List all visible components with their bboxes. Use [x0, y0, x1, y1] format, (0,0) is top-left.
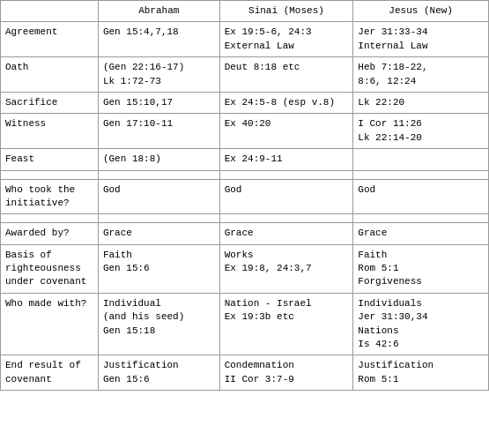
cell-sinai: Condemnation II Cor 3:7-9	[219, 355, 353, 391]
cell-label: Awarded by?	[1, 223, 99, 244]
table-row: AgreementGen 15:4,7,18Ex 19:5-6, 24:3 Ex…	[1, 22, 489, 57]
cell-jesus: Justification Rom 5:1	[353, 355, 489, 391]
cell-label: Basis of righteousness under covenant	[1, 244, 99, 293]
empty-cell-sinai	[219, 214, 353, 223]
cell-label: Agreement	[1, 22, 99, 57]
cell-label: Who made with?	[1, 293, 99, 355]
cell-label: Who took the initiative?	[1, 179, 99, 214]
cell-abraham: Gen 17:10-11	[98, 114, 219, 149]
cell-abraham: Gen 15:4,7,18	[98, 22, 219, 57]
cell-abraham: (Gen 18:8)	[98, 149, 219, 170]
cell-abraham: (Gen 22:16-17) Lk 1:72-73	[98, 57, 219, 93]
table-row: Feast(Gen 18:8)Ex 24:9-11	[1, 149, 489, 170]
cell-label: Sacrifice	[1, 92, 99, 113]
table-row: Oath(Gen 22:16-17) Lk 1:72-73Deut 8:18 e…	[1, 57, 489, 93]
cell-jesus: Faith Rom 5:1 Forgiveness	[353, 244, 489, 293]
cell-sinai: Ex 24:9-11	[219, 149, 353, 170]
table-row	[1, 214, 489, 223]
table-row	[1, 170, 489, 179]
cell-label: Oath	[1, 57, 99, 93]
cell-jesus: I Cor 11:26 Lk 22:14-20	[353, 114, 489, 149]
cell-jesus: Jer 31:33-34 Internal Law	[353, 22, 489, 57]
cell-jesus: Individuals Jer 31:30,34 Nations Is 42:6	[353, 293, 489, 355]
empty-cell-jesus	[353, 170, 489, 179]
cell-abraham: Gen 15:10,17	[98, 92, 219, 113]
cell-sinai: Grace	[219, 223, 353, 244]
cell-sinai: Ex 40:20	[219, 114, 353, 149]
header-abraham: Abraham	[98, 1, 219, 22]
cell-abraham: Grace	[98, 223, 219, 244]
cell-sinai: Works Ex 19:8, 24:3,7	[219, 244, 353, 293]
table-row: Who took the initiative?GodGodGod	[1, 179, 489, 214]
table-row: Awarded by?GraceGraceGrace	[1, 223, 489, 244]
empty-cell-label	[1, 214, 99, 223]
header-label	[1, 1, 99, 22]
cell-label: Feast	[1, 149, 99, 170]
cell-jesus: Grace	[353, 223, 489, 244]
cell-sinai: Ex 19:5-6, 24:3 External Law	[219, 22, 353, 57]
cell-jesus: Heb 7:18-22, 8:6, 12:24	[353, 57, 489, 93]
empty-cell-sinai	[219, 170, 353, 179]
cell-sinai: Ex 24:5-8 (esp v.8)	[219, 92, 353, 113]
cell-jesus: Lk 22:20	[353, 92, 489, 113]
cell-sinai: God	[219, 179, 353, 214]
empty-cell-abraham	[98, 214, 219, 223]
header-jesus: Jesus (New)	[353, 1, 489, 22]
cell-abraham: Individual (and his seed) Gen 15:18	[98, 293, 219, 355]
empty-cell-abraham	[98, 170, 219, 179]
table-row: SacrificeGen 15:10,17Ex 24:5-8 (esp v.8)…	[1, 92, 489, 113]
cell-jesus	[353, 149, 489, 170]
table-row: WitnessGen 17:10-11Ex 40:20I Cor 11:26 L…	[1, 114, 489, 149]
header-sinai: Sinai (Moses)	[219, 1, 353, 22]
cell-label: End result of covenant	[1, 355, 99, 391]
table-row: Basis of righteousness under covenantFai…	[1, 244, 489, 293]
cell-jesus: God	[353, 179, 489, 214]
table-row: Who made with?Individual (and his seed) …	[1, 293, 489, 355]
cell-abraham: Faith Gen 15:6	[98, 244, 219, 293]
cell-abraham: Justification Gen 15:6	[98, 355, 219, 391]
cell-sinai: Deut 8:18 etc	[219, 57, 353, 93]
cell-abraham: God	[98, 179, 219, 214]
empty-cell-jesus	[353, 214, 489, 223]
table-row: End result of covenantJustification Gen …	[1, 355, 489, 391]
covenant-comparison-table: Abraham Sinai (Moses) Jesus (New) Agreem…	[0, 0, 489, 391]
cell-label: Witness	[1, 114, 99, 149]
cell-sinai: Nation - Israel Ex 19:3b etc	[219, 293, 353, 355]
empty-cell-label	[1, 170, 99, 179]
